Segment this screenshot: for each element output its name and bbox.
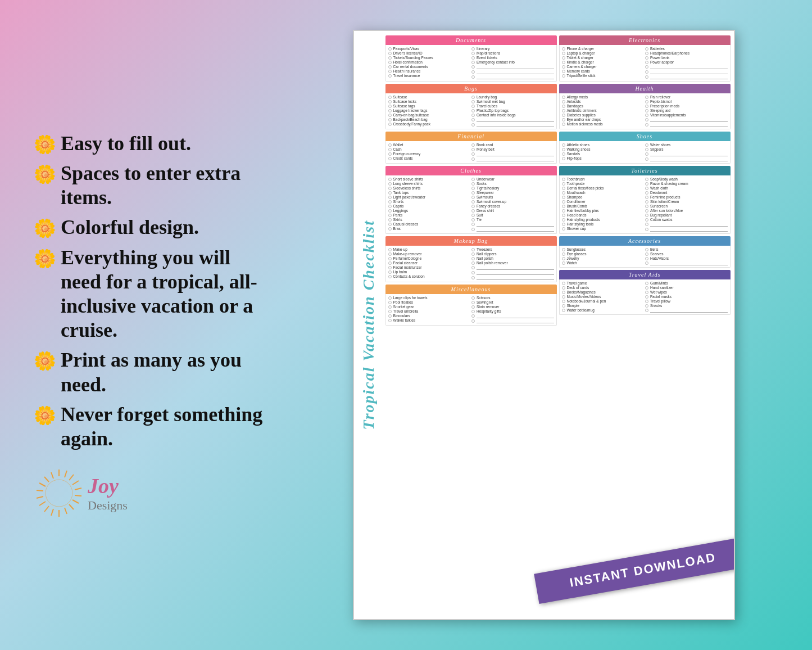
list-item: Slippers [645,147,728,151]
list-item: Travel insurance [388,74,471,78]
list-item: Sunscreen [645,204,728,208]
list-item: Facial cleanser [388,261,471,265]
list-item: Eye glasses [562,252,645,256]
blank-line [645,70,728,74]
health-col-right: Pain reliever Pepto-bismol Prescription … [645,95,728,127]
svg-line-4 [75,488,81,490]
list-item: Cash [388,147,471,151]
list-item: Luggage tracker tags [388,109,471,112]
svg-line-15 [39,483,46,486]
list-item: Hospitality gifts [471,309,554,313]
list-item: Lip balm [388,270,471,274]
blank-line [645,123,728,127]
list-item: Foreign currency [388,152,471,156]
document-columns: Documents Passports/Visas Driver's licen… [385,35,731,616]
list-item: Scarves [645,252,728,256]
blank-line [471,157,554,161]
list-item: Driver's license/ID [388,51,471,55]
section-misc-header: Miscellaneous [385,285,557,294]
section-documents-body: Passports/Visas Driver's license/ID Tick… [385,45,557,82]
section-financial-header: Financial [385,132,557,141]
list-item: Travel game [562,281,645,285]
list-item: Nail polish [471,256,554,260]
list-item: Brush/Comb [562,204,645,208]
list-item: Kindle & charger [562,60,645,64]
section-clothes: Clothes Short sleeve shirts Long sleeve … [385,166,557,234]
list-item: Hair ties/bobby pins [562,209,645,213]
list-item: Hotel confirmation [388,60,471,64]
svg-line-5 [75,495,81,496]
list-item: Skin lotion/Cream [645,200,728,204]
blank-line [471,314,554,318]
section-documents: Documents Passports/Visas Driver's licen… [385,35,557,82]
list-item: Water bottle/mug [562,308,645,312]
list-item: Power bank [645,56,728,60]
list-item: Capris [388,204,471,208]
list-item: Contact info inside bags [471,113,554,117]
svg-line-3 [72,481,79,485]
section-electronics-header: Electronics [559,35,731,45]
list-item: Nail polish remover [471,261,554,265]
list-item: Eye and/or ear drops [562,118,645,121]
flower-icon-4: 🌼 [34,248,56,269]
list-item: Bug repellant [645,213,728,217]
list-item: Headphones/Earphones [645,51,728,55]
list-item: Facial moisturizer [388,265,471,269]
flower-icon-5: 🌼 [34,350,56,372]
list-item: Passports/Visas [388,47,471,51]
section-health-header: Health [559,84,731,93]
list-item: Swimsuits [471,195,554,199]
blank-line [471,70,554,74]
list-item: Sewing kit [471,300,554,304]
section-accessories-body: Sunglasses Eye glasses Jewelry Watch Bel… [559,246,731,268]
flower-icon-6: 🌼 [34,405,56,426]
feature-3: 🌼 Colorful design. [34,215,270,240]
misc-col-left: Large clips for towels Pool floaties Sno… [388,296,471,323]
list-item: Pepto-bismol [645,100,728,103]
blank-line [471,265,554,270]
list-item: Laptop & charger [562,51,645,55]
docs-col-right: Itinerary Map/directions Event tickets E… [471,47,554,79]
section-travel-aids-header: Travel Aids [559,270,731,279]
list-item: Snorkel gear [388,305,471,309]
toiletries-col-left: Toothbrush Toothpaste Dental floss/floss… [562,177,645,232]
bags-col-left: Suitcase Suitcase locks Suitcase tags Lu… [388,95,471,127]
left-column: Documents Passports/Visas Driver's licen… [385,35,557,616]
list-item: Event tickets [471,56,554,60]
section-bags-body: Suitcase Suitcase locks Suitcase tags Lu… [385,93,557,129]
list-item: Suitcase [388,95,471,99]
list-item: Wet wipes [645,290,728,294]
list-item: Contacts & solution [388,274,471,278]
list-item: Soap/Body wash [645,177,728,181]
section-toiletries: Toiletries Toothbrush Toothpaste Dental … [559,166,731,234]
list-item: Sharpie [562,304,645,308]
blank-line [645,75,728,79]
list-item: Bandages [562,104,645,108]
list-item: Casual dresses [388,222,471,226]
blank-line [645,261,728,265]
svg-line-7 [69,504,74,509]
list-item: Emergency contact info [471,60,554,64]
makeup-col-right: Tweezers Nail clippers Nail polish Nail … [471,247,554,280]
section-travel-aids: Travel Aids Travel game Deck of cards Bo… [559,270,731,315]
accessories-col-right: Belts Scarves Hats/Visors [645,247,728,265]
list-item: Watch [562,261,645,265]
list-item: Pool floaties [388,300,471,304]
list-item: Razor & shaving cream [645,182,728,186]
section-makeup-header: Makeup Bag [385,236,557,246]
list-item: Shampoo [562,195,645,199]
list-item: Travel cubes [471,104,554,108]
svg-line-1 [65,471,67,477]
list-item: Notebook/Journal & pen [562,299,645,303]
financial-col-right: Bank card Money belt [471,143,554,161]
list-item: Tripod/Selfie stick [562,74,645,78]
list-item: Wallet [388,143,471,147]
blank-line [645,65,728,69]
blank-line [471,319,554,323]
list-item: Tights/hosiery [471,186,554,190]
blank-line [471,227,554,232]
list-item: Travel umbrella [388,309,471,313]
blank-line [645,222,728,227]
list-item: Swimsuit cover-up [471,200,554,204]
list-item: Plastic/Zip-top bags [471,109,554,112]
